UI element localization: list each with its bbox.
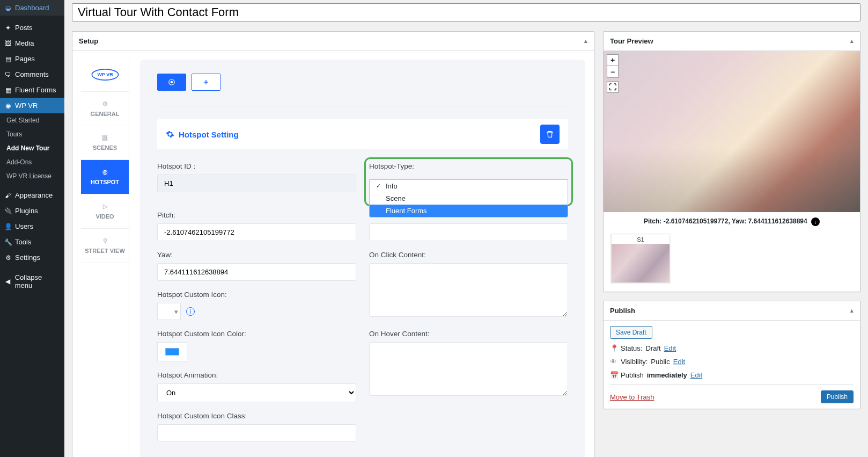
collapse-panel-icon[interactable]: ▴ [850,307,854,314]
visibility-value: Public [651,358,670,366]
submenu-addons[interactable]: Add-Ons [0,155,64,169]
tab-video[interactable]: ▷VIDEO [81,194,129,229]
publish-metabox: Publish ▴ Save Draft 📍 Status: Draft Edi… [603,301,860,409]
menu-label: Users [15,222,33,230]
pitch-input[interactable] [157,223,356,241]
pitch-label: Pitch: [157,211,356,219]
menu-media[interactable]: 🖾Media [0,35,64,51]
collapse-panel-icon[interactable]: ▴ [850,38,854,45]
menu-appearance[interactable]: 🖌Appearance [0,187,64,203]
color-swatch [165,348,179,356]
publish-title: Publish [610,307,635,315]
check-icon: ✓ [376,183,382,190]
onhover-textarea[interactable] [369,342,568,396]
menu-comments[interactable]: 🗨Comments [0,67,64,82]
yaw-label: Yaw: [157,251,356,259]
info-icon[interactable]: i [186,307,195,316]
wpvr-logo: WP VR [81,60,129,92]
comment-icon: 🗨 [4,71,12,78]
menu-label: Dashboard [15,4,49,12]
edit-visibility-link[interactable]: Edit [673,358,685,366]
hotspot-type-option-info[interactable]: ✓Info [370,180,568,192]
download-icon[interactable]: ↓ [811,217,820,226]
menu-pages[interactable]: ▤Pages [0,51,64,67]
menu-label: Media [15,39,34,47]
gear-icon [166,130,174,139]
hotspot-type-dropdown[interactable]: ✓Info Scene Fluent Forms [369,179,568,217]
menu-label: Plugins [15,207,38,215]
edit-schedule-link[interactable]: Edit [690,371,702,379]
fullscreen-button[interactable]: ⛶ [607,81,619,93]
icon-class-label: Hotspot Custom Icon Class: [157,412,356,420]
menu-users[interactable]: 👤Users [0,219,64,234]
pin-icon: ⚲ [83,237,127,244]
custom-icon-label: Hotspot Custom Icon: [157,291,356,299]
user-icon: 👤 [4,223,12,230]
add-hotspot-button[interactable] [192,74,220,91]
yaw-input[interactable] [157,263,356,281]
menu-plugins[interactable]: 🔌Plugins [0,203,64,219]
submenu-get-started[interactable]: Get Started [0,113,64,127]
publish-button[interactable]: Publish [821,390,854,403]
tab-hotspot[interactable]: ◎HOTSPOT [81,160,129,194]
tab-label: HOTSPOT [91,179,119,185]
setup-vertical-tabs: WP VR ⚙GENERAL 🖼SCENES ◎HOTSPOT ▷VIDEO ⚲… [81,60,129,457]
hotspot-id-input[interactable] [157,175,356,192]
tab-general[interactable]: ⚙GENERAL [81,92,129,126]
submenu-tours[interactable]: Tours [0,127,64,141]
save-draft-button[interactable]: Save Draft [610,326,652,339]
pin-icon: ✦ [4,24,12,32]
sliders-icon: ⚙ [4,254,12,262]
submenu-license[interactable]: WP VR License [0,169,64,183]
image-icon: 🖼 [83,135,127,141]
onclick-textarea[interactable] [369,263,568,317]
tab-label: GENERAL [91,111,120,117]
panorama-preview[interactable]: + − ⛶ [604,51,860,212]
tab-scenes[interactable]: 🖼SCENES [81,126,129,160]
scene-thumb-image [612,244,670,282]
current-hotspot-button[interactable] [157,74,186,91]
zoom-out-button[interactable]: − [607,66,619,78]
edit-status-link[interactable]: Edit [664,344,676,352]
visibility-label: Visibility: [621,358,648,366]
media-icon: 🖾 [4,40,12,47]
section-title: Hotspot Setting [166,130,239,139]
menu-collapse[interactable]: ◀Collapse menu [0,270,64,293]
tab-label: STREET VIEW [85,248,125,254]
scene-thumbnail[interactable]: S1 [610,234,671,284]
submenu-add-new-tour[interactable]: Add New Tour [0,141,64,155]
collapse-panel-icon[interactable]: ▴ [584,38,587,45]
zoom-in-button[interactable]: + [607,54,619,66]
menu-dashboard[interactable]: ◒Dashboard [0,0,64,16]
menu-fluentforms[interactable]: ▦Fluent Forms [0,82,64,98]
menu-label: Posts [15,24,33,32]
plug-icon: 🔌 [4,207,12,215]
collapse-icon: ◀ [4,278,12,285]
form-icon: ▦ [4,86,12,94]
custom-icon-color-picker[interactable] [157,342,187,361]
page-icon: ▤ [4,55,12,63]
status-label: Status: [621,344,642,352]
delete-hotspot-button[interactable] [540,125,560,144]
menu-label: Collapse menu [15,273,60,289]
custom-icon-color-label: Hotspot Custom Icon Color: [157,330,356,338]
animation-select[interactable]: On [157,383,356,402]
hotspot-type-option-fluentforms[interactable]: Fluent Forms [370,205,568,217]
hidden-right-input[interactable] [369,223,568,241]
tab-label: VIDEO [95,213,114,220]
icon-class-input[interactable] [157,424,356,442]
menu-tools[interactable]: 🔧Tools [0,234,64,250]
tour-title-input[interactable] [72,3,860,21]
tab-streetview[interactable]: ⚲STREET VIEW [81,229,129,263]
setup-metabox: Setup ▴ WP VR ⚙GENERAL 🖼SCENES ◎HOTSPOT … [72,31,594,457]
hotspot-type-option-scene[interactable]: Scene [370,192,568,205]
move-to-trash-link[interactable]: Move to Trash [610,393,654,401]
menu-settings[interactable]: ⚙Settings [0,250,64,265]
target-icon: ◎ [83,169,127,176]
menu-posts[interactable]: ✦Posts [0,20,64,35]
custom-icon-picker[interactable]: ▾ [157,303,181,320]
menu-wpvr[interactable]: ◉WP VR [0,98,64,113]
hotspot-type-label: Hotspot-Type: [369,162,568,170]
onclick-label: On Click Content: [369,251,568,259]
brush-icon: 🖌 [4,192,12,199]
